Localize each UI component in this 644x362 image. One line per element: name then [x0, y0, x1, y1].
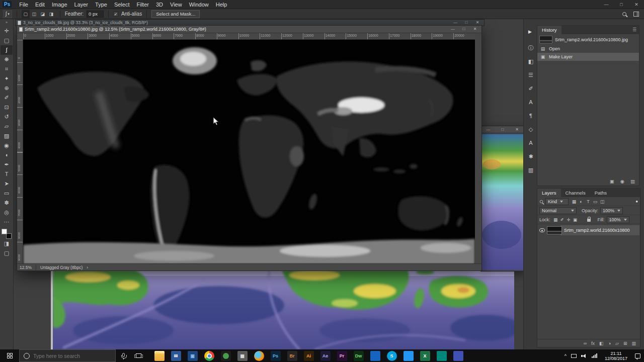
- feather-input[interactable]: 0 px: [87, 11, 104, 18]
- paragraph-panel-icon[interactable]: ¶: [526, 111, 535, 120]
- app-minimize-button[interactable]: —: [599, 1, 614, 9]
- document-window-fragment[interactable]: — □ ✕: [480, 126, 525, 272]
- display-tray-icon[interactable]: [571, 354, 577, 358]
- current-tool-selector[interactable]: ʃ ▾: [3, 10, 12, 18]
- filter-smart-objects-icon[interactable]: ◫: [599, 199, 606, 204]
- delete-state-icon[interactable]: ▥: [630, 178, 635, 184]
- eraser-tool[interactable]: ▱: [1, 122, 13, 131]
- character-panel-icon[interactable]: A: [526, 98, 535, 107]
- layer-name[interactable]: Srtm_ramp2.world.21600x10800: [564, 228, 630, 233]
- bottom-document-canvas[interactable]: [53, 270, 514, 349]
- select-and-mask-button[interactable]: Select and Mask...: [151, 10, 200, 18]
- task-view-button[interactable]: [131, 349, 146, 362]
- anti-alias-checkbox[interactable]: ✓: [113, 12, 118, 17]
- microphone-button[interactable]: [116, 349, 131, 362]
- taskbar-search[interactable]: [19, 349, 116, 362]
- history-entry-open[interactable]: ▤ Open: [537, 45, 639, 53]
- quick-selection-tool[interactable]: ❋: [1, 55, 13, 64]
- taskbar-app-blue-2[interactable]: [400, 349, 417, 362]
- ruler-corner[interactable]: [17, 33, 23, 40]
- taskbar-after-effects[interactable]: Ae: [317, 349, 334, 362]
- taskbar-chrome[interactable]: [201, 349, 217, 362]
- clone-stamp-tool[interactable]: ⊡: [1, 103, 13, 112]
- opacity-dropdown[interactable]: 100%: [600, 207, 623, 214]
- menu-item[interactable]: Filter: [133, 0, 152, 9]
- intersect-selection-mode[interactable]: ◨: [47, 10, 55, 18]
- tab-paths[interactable]: Paths: [590, 189, 611, 197]
- vertical-ruler[interactable]: 0100020003000400050006000700080009000100…: [17, 40, 23, 264]
- fragment-titlebar[interactable]: — □ ✕: [481, 126, 524, 133]
- volume-tray-icon[interactable]: [581, 353, 587, 358]
- lock-all-icon[interactable]: [579, 217, 585, 222]
- taskbar-skype[interactable]: S: [383, 349, 400, 362]
- taskbar-dreamweaver[interactable]: Dw: [350, 349, 367, 362]
- blend-mode-dropdown[interactable]: Normal: [539, 207, 577, 214]
- menu-item[interactable]: Layer: [71, 0, 92, 9]
- workspace-switcher-icon[interactable]: [633, 12, 639, 17]
- filter-toggle-icon[interactable]: ●: [635, 199, 638, 204]
- blur-tool[interactable]: ◉: [1, 141, 13, 150]
- document-canvas[interactable]: [23, 40, 475, 264]
- toolbar-collapse-chevron[interactable]: »: [6, 20, 8, 26]
- search-input[interactable]: [33, 353, 104, 359]
- taskbar-app-blue[interactable]: [367, 349, 383, 362]
- taskbar-app-gallery[interactable]: ▦: [234, 349, 251, 362]
- new-selection-mode[interactable]: ▢: [22, 10, 30, 18]
- add-mask-icon[interactable]: ◧: [599, 341, 604, 346]
- filter-type-layers-icon[interactable]: T: [585, 199, 592, 204]
- collapse-dock-arrow[interactable]: ▶: [528, 29, 532, 34]
- link-layers-icon[interactable]: ∞: [584, 341, 587, 346]
- screen-mode[interactable]: ▢: [1, 248, 13, 258]
- lock-all-icon[interactable]: [587, 219, 591, 222]
- healing-brush-tool[interactable]: ⊕: [1, 83, 13, 93]
- fill-dropdown[interactable]: 100%: [607, 216, 629, 223]
- tab-channels[interactable]: Channels: [561, 189, 590, 197]
- action-center-icon[interactable]: [635, 353, 640, 358]
- menu-item[interactable]: 3D: [152, 0, 167, 9]
- lasso-tool[interactable]: ʃ: [1, 45, 13, 55]
- eyedropper-tool[interactable]: ✦: [1, 74, 13, 83]
- new-doc-from-state-icon[interactable]: ▣: [610, 178, 614, 184]
- layer-visibility-eye-icon[interactable]: [539, 228, 545, 232]
- layer-thumbnail[interactable]: [547, 226, 562, 234]
- subtract-selection-mode[interactable]: ◪: [39, 10, 47, 18]
- foreground-color-swatch[interactable]: [2, 229, 7, 234]
- layer-row[interactable]: Srtm_ramp2.world.21600x10800: [537, 225, 640, 235]
- marquee-tool[interactable]: ▢: [1, 36, 13, 45]
- menu-item[interactable]: File: [16, 0, 32, 9]
- tab-history[interactable]: History: [537, 26, 561, 34]
- shape-tool[interactable]: ▭: [1, 189, 13, 198]
- 3d-panel-icon[interactable]: ◇: [526, 125, 535, 134]
- taskbar-mail[interactable]: ✉: [168, 349, 184, 362]
- doc-close-button[interactable]: ✕: [470, 26, 479, 32]
- color-panel-icon[interactable]: ◧: [526, 57, 535, 66]
- pen-tool[interactable]: ✒: [1, 160, 13, 169]
- type-tool[interactable]: T: [1, 169, 13, 179]
- taskbar-app-teal[interactable]: [433, 349, 450, 362]
- zoom-level[interactable]: 12.5%: [20, 265, 32, 270]
- lock-artboard-icon[interactable]: ▣: [572, 217, 579, 222]
- taskbar-excel[interactable]: X: [417, 349, 433, 362]
- properties-panel-icon[interactable]: ☰: [526, 70, 535, 79]
- taskbar-bridge[interactable]: Br: [284, 349, 300, 362]
- start-button[interactable]: [0, 349, 19, 362]
- network-tray-icon[interactable]: [592, 353, 597, 358]
- horizontal-ruler[interactable]: 0100020003000400050006000700080009000100…: [23, 33, 475, 40]
- taskbar-firefox[interactable]: [251, 349, 267, 362]
- menu-item[interactable]: Edit: [32, 0, 48, 9]
- gradient-tool[interactable]: ▨: [1, 131, 13, 141]
- info-panel-icon[interactable]: ⓘ: [526, 43, 535, 52]
- menu-item[interactable]: Select: [111, 0, 133, 9]
- move-tool[interactable]: ✛: [1, 26, 13, 36]
- taskbar-file-explorer[interactable]: [151, 349, 168, 362]
- taskbar-app-blue-3[interactable]: [450, 349, 466, 362]
- taskbar-photos[interactable]: ▣: [184, 349, 201, 362]
- doc-restore-button[interactable]: □: [498, 127, 507, 133]
- filter-search-icon[interactable]: [540, 200, 543, 203]
- fragment-canvas[interactable]: [482, 134, 523, 270]
- filter-adjustment-layers-icon[interactable]: ◐: [578, 199, 585, 204]
- menu-item[interactable]: Window: [186, 0, 212, 9]
- filter-shape-layers-icon[interactable]: ▭: [592, 199, 599, 204]
- doc-minimize-button[interactable]: —: [484, 127, 493, 133]
- layer-effects-icon[interactable]: fx: [591, 341, 595, 346]
